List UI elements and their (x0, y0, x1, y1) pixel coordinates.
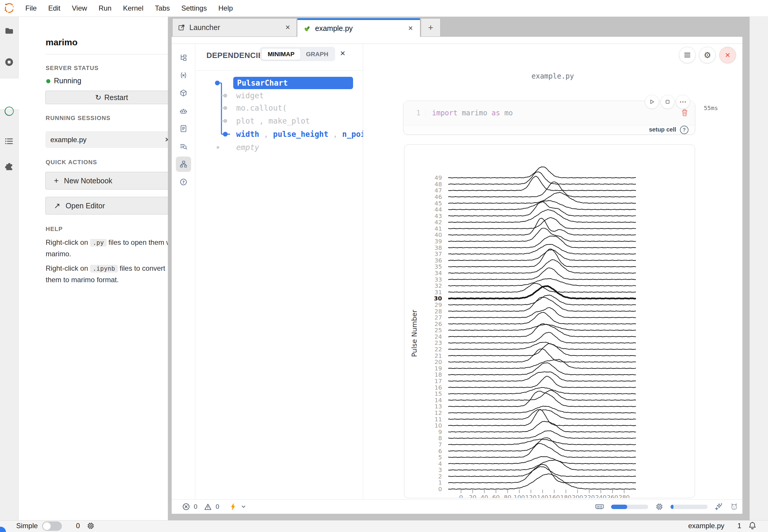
variables-icon[interactable] (176, 68, 191, 83)
delete-cell-icon[interactable] (681, 109, 689, 117)
open-external-icon: ↗ (54, 201, 60, 210)
minimap-tab[interactable]: MINIMAP (262, 48, 301, 60)
tree-item-plot-make-plot[interactable]: plot , make_plot (236, 116, 310, 126)
gear-icon: ⚙ (704, 50, 711, 60)
ai-sparkles-icon[interactable] (715, 503, 723, 511)
menu-item-view[interactable]: View (72, 4, 87, 12)
open-editor-button[interactable]: ↗ Open Editor (45, 197, 178, 215)
logs-icon[interactable] (176, 121, 191, 136)
marimo-logo-icon (4, 3, 15, 14)
y-axis-label: Pulse Number (410, 310, 418, 357)
ipynb-chip: .ipynb (90, 265, 118, 272)
menu-bar: FileEditViewRunKernelTabsSettingsHelp (0, 0, 768, 17)
pulse-line (448, 464, 636, 483)
x-tick-label: 260 (607, 494, 618, 498)
bell-icon[interactable] (748, 521, 757, 531)
y-tick-label: 2 (438, 473, 442, 480)
y-tick-label: 19 (435, 365, 442, 372)
run-cell-button[interactable] (645, 95, 659, 109)
menu-item-kernel[interactable]: Kernel (123, 4, 143, 12)
tab-label: Launcher (189, 23, 220, 32)
menu-item-file[interactable]: File (25, 4, 37, 12)
y-tick-label: 9 (438, 428, 442, 435)
warnings-icon[interactable] (204, 503, 212, 511)
simple-mode-toggle[interactable] (42, 521, 62, 531)
menu-item-edit[interactable]: Edit (48, 4, 60, 12)
y-tick-label: 17 (435, 378, 442, 385)
snippets-search-icon[interactable] (176, 139, 191, 154)
menu-items: FileEditViewRunKernelTabsSettingsHelp (25, 4, 233, 12)
y-tick-label: 26 (435, 320, 442, 327)
pulse-line (448, 295, 636, 305)
table-of-contents-icon[interactable] (0, 136, 18, 146)
ai-assistant-icon[interactable] (176, 104, 191, 119)
y-tick-label: 1 (438, 479, 442, 486)
tree-item-mo-callout-[interactable]: mo.callout( (236, 103, 287, 113)
graph-tab[interactable]: GRAPH (301, 49, 334, 60)
y-tick-label: 34 (435, 270, 442, 277)
x-tick-label: 280 (619, 494, 630, 498)
tab-example-py[interactable]: example.py × (297, 18, 420, 37)
x-tick-label: 40 (481, 494, 488, 498)
new-tab-button[interactable]: + (421, 18, 440, 37)
tab-launcher[interactable]: Launcher × (172, 18, 297, 37)
y-tick-label: 31 (435, 289, 442, 296)
code-token: marimo (462, 109, 487, 117)
errors-icon[interactable] (182, 503, 190, 511)
cell-more-button[interactable]: ⋯ (676, 95, 690, 109)
help-icon[interactable]: ? (176, 174, 191, 190)
y-tick-label: 25 (435, 327, 442, 334)
x-tick-label: 20 (469, 494, 476, 498)
dependencies-icon[interactable] (176, 157, 191, 172)
setup-help-icon[interactable]: ? (680, 126, 689, 134)
notebook-menu-button[interactable] (679, 47, 696, 63)
session-name: example.py (50, 136, 87, 144)
tree-item-widget[interactable]: widget (236, 91, 264, 100)
cell-elapsed-time: 55ms (704, 104, 718, 112)
stop-cell-button[interactable] (661, 95, 675, 109)
y-tick-label: 12 (435, 409, 442, 416)
menu-item-settings[interactable]: Settings (181, 4, 207, 12)
pulse-line (448, 176, 636, 191)
setup-cell-label: setup cell (649, 126, 676, 133)
marimo-spinner-icon[interactable] (0, 106, 18, 117)
workspace: Launcher × example.py × + (168, 17, 749, 520)
pulse-line (448, 467, 636, 477)
y-tick-label: 6 (438, 448, 442, 455)
menu-item-tabs[interactable]: Tabs (155, 4, 170, 12)
chevron-down-icon[interactable] (241, 504, 247, 510)
pulse-line (448, 410, 636, 426)
copilot-icon[interactable] (730, 503, 738, 511)
x-tick-label: 0 (459, 494, 463, 498)
sidebar-panel: marimo SERVER STATUS Running ↻ Restart R… (19, 17, 168, 520)
files-icon[interactable] (0, 26, 18, 35)
svg-text:?: ? (182, 180, 184, 184)
pulse-line (448, 236, 636, 248)
close-tab-icon[interactable]: × (285, 23, 290, 32)
shutdown-button[interactable]: × (719, 47, 736, 63)
close-panel-icon[interactable]: × (340, 49, 345, 58)
y-tick-label: 24 (435, 333, 442, 340)
y-tick-label: 35 (435, 263, 442, 270)
code-line: import marimo as mo (425, 109, 513, 117)
session-list-item[interactable]: example.py × (45, 131, 178, 148)
packages-icon[interactable] (176, 85, 191, 101)
new-notebook-button[interactable]: + New Notebook (45, 172, 178, 189)
tree-item-width-pulse-height-n-poi[interactable]: width , pulse_height , n_poi (236, 129, 365, 139)
running-kernels-icon[interactable] (0, 57, 18, 67)
menu-item-help[interactable]: Help (218, 4, 233, 12)
notebook-settings-button[interactable]: ⚙ (699, 47, 716, 63)
restart-button[interactable]: ↻ Restart (45, 91, 178, 104)
run-mode-bolt-icon[interactable] (230, 503, 237, 511)
file-explorer-icon[interactable] (176, 50, 191, 65)
y-tick-label: 27 (435, 314, 442, 321)
tree-item-empty[interactable]: empty (236, 143, 259, 152)
x-tick-label: 100 (513, 494, 525, 498)
pulse-line (448, 268, 636, 280)
dock-panel: ? DEPENDENCIES MINIMAP GRAPH × PulsarCha… (172, 37, 742, 514)
extensions-icon[interactable] (0, 160, 18, 171)
tree-item-pulsarchart[interactable]: PulsarChart (233, 77, 353, 89)
close-tab-icon[interactable]: × (408, 24, 413, 33)
menu-item-run[interactable]: Run (99, 4, 112, 12)
errors-count: 0 (194, 503, 197, 511)
